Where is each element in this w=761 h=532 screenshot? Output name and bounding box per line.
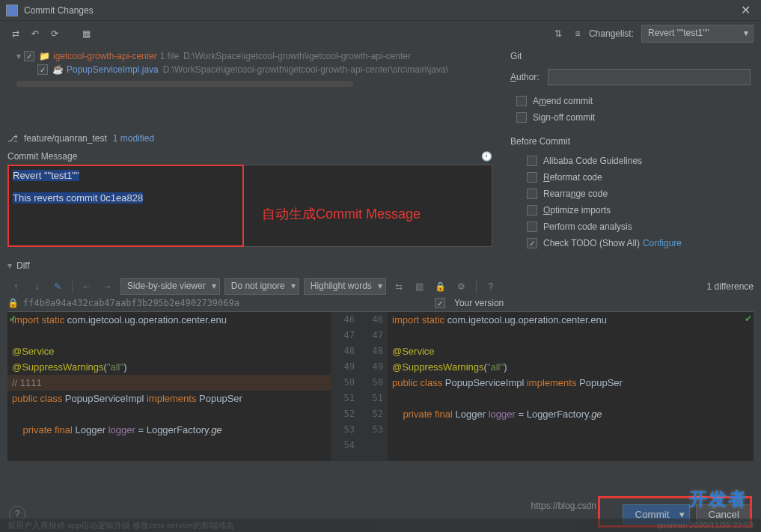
highlight-select[interactable]: Highlight words — [304, 278, 386, 295]
undo-icon[interactable]: ↶ — [27, 25, 43, 42]
diff-header[interactable]: ▾ Diff — [0, 256, 761, 275]
next-diff-icon[interactable]: ↓ — [28, 278, 45, 295]
diff-file-bar: 🔒 ff4b0a94a432cab47aabf3b295b2e490273906… — [0, 298, 761, 311]
checkbox[interactable]: ✓ — [37, 64, 48, 75]
lock-icon[interactable]: 🔒 — [433, 278, 449, 295]
tree-file[interactable]: ✓ ☕ PopupServiceImpl.java D:\WorkSpace\i… — [16, 63, 492, 76]
analysis-checkbox[interactable] — [527, 221, 537, 232]
back-icon[interactable]: ← — [79, 278, 95, 295]
amend-checkbox[interactable] — [516, 96, 527, 106]
tree-root[interactable]: ▾ ✓ 📁 igetcool-growth-api-center 1 file … — [16, 49, 492, 63]
horizontal-scrollbar[interactable] — [16, 81, 353, 87]
branch-row: ⎇ feature/quanran_test 1 modified — [0, 129, 500, 148]
group-icon[interactable]: ⇄ — [7, 25, 24, 42]
sort-icon[interactable]: ⇅ — [550, 25, 566, 42]
refresh-icon[interactable]: ⟳ — [46, 25, 63, 42]
ok-icon: ✔ — [9, 314, 16, 324]
author-label: Author: — [510, 72, 548, 82]
title-bar: Commit Changes ✕ — [0, 0, 761, 21]
author-input[interactable] — [548, 69, 751, 85]
diff-count: 1 difference — [707, 281, 754, 292]
sync-scroll-icon[interactable]: ▥ — [412, 278, 428, 295]
history-icon[interactable]: 🕘 — [481, 151, 492, 162]
git-panel: Git Author: Amend commit Sign-off commit… — [500, 46, 761, 256]
before-commit-header: Before Commit — [510, 136, 751, 147]
help-icon[interactable]: ? — [483, 278, 499, 295]
branch-icon: ⎇ — [7, 133, 18, 144]
your-version-label: Your version — [454, 298, 504, 308]
commit-message-header: Commit Message 🕘 — [0, 148, 500, 165]
settings-icon[interactable]: ⚙ — [453, 278, 470, 295]
revision-hash: ff4b0a94a432cab47aabf3b295b2e4902739069a — [23, 298, 239, 308]
toolbar: ⇄ ↶ ⟳ ▦ ⇅ ≡ Changelist: Revert ""test1""… — [0, 21, 761, 46]
amend-label: Amend commit — [533, 96, 593, 106]
expand-icon[interactable]: ▦ — [78, 25, 94, 42]
filter-icon[interactable]: ≡ — [569, 25, 586, 42]
prev-diff-icon[interactable]: ↑ — [7, 278, 24, 295]
chevron-down-icon[interactable]: ▾ — [7, 260, 12, 271]
changelist-select[interactable]: Revert ""test1"" ▾ — [641, 25, 754, 43]
collapse-icon[interactable]: ⇆ — [391, 278, 407, 295]
status-strip: 新用户入库报错 app启动逻辑升级 修改cms service的新端域名 qua… — [0, 519, 761, 532]
app-icon — [6, 4, 18, 16]
url-overlay: https://blog.csdn — [531, 501, 596, 511]
folder-icon: 📁 — [39, 51, 50, 61]
close-icon[interactable]: ✕ — [736, 3, 755, 17]
your-version-checkbox[interactable] — [435, 298, 445, 308]
checkbox[interactable]: ✓ — [24, 51, 34, 61]
ignore-select[interactable]: Do not ignore — [224, 278, 299, 295]
signoff-checkbox[interactable] — [516, 112, 527, 123]
changelist-label: Changelist: — [589, 28, 634, 39]
lock-icon: 🔒 — [7, 298, 19, 308]
reformat-checkbox[interactable] — [527, 172, 537, 183]
diff-left-pane[interactable]: ✔ import static com.igetcool.ug.operatio… — [7, 312, 331, 461]
gutter-right: 4647484950515253 — [359, 312, 388, 461]
viewer-select[interactable]: Side-by-side viewer — [120, 278, 220, 295]
annotation-text: 自动生成Commit Message — [262, 205, 421, 223]
signoff-label: Sign-off commit — [533, 112, 595, 123]
git-section-label: Git — [510, 51, 751, 61]
alibaba-checkbox[interactable] — [527, 156, 537, 166]
forward-icon[interactable]: → — [100, 278, 116, 295]
diff-toolbar: ↑ ↓ ✎ ← → Side-by-side viewer Do not ign… — [0, 275, 761, 298]
window-title: Commit Changes — [24, 5, 736, 16]
optimize-checkbox[interactable] — [527, 205, 537, 215]
ok-icon: ✔ — [745, 314, 752, 324]
rearrange-checkbox[interactable] — [527, 189, 537, 199]
java-file-icon: ☕ — [52, 64, 64, 75]
file-tree: ▾ ✓ 📁 igetcool-growth-api-center 1 file … — [0, 46, 500, 129]
edit-icon[interactable]: ✎ — [49, 278, 66, 295]
diff-right-pane[interactable]: ✔ import static com.igetcool.ug.operatio… — [388, 312, 754, 461]
modified-count[interactable]: 1 modified — [113, 133, 154, 144]
configure-link[interactable]: Configure — [643, 238, 682, 248]
todo-checkbox[interactable] — [527, 238, 537, 248]
diff-panes: ✔ import static com.igetcool.ug.operatio… — [7, 311, 754, 461]
branch-name: feature/quanran_test — [24, 133, 107, 144]
gutter-left: 464748495051525354 — [331, 312, 359, 461]
